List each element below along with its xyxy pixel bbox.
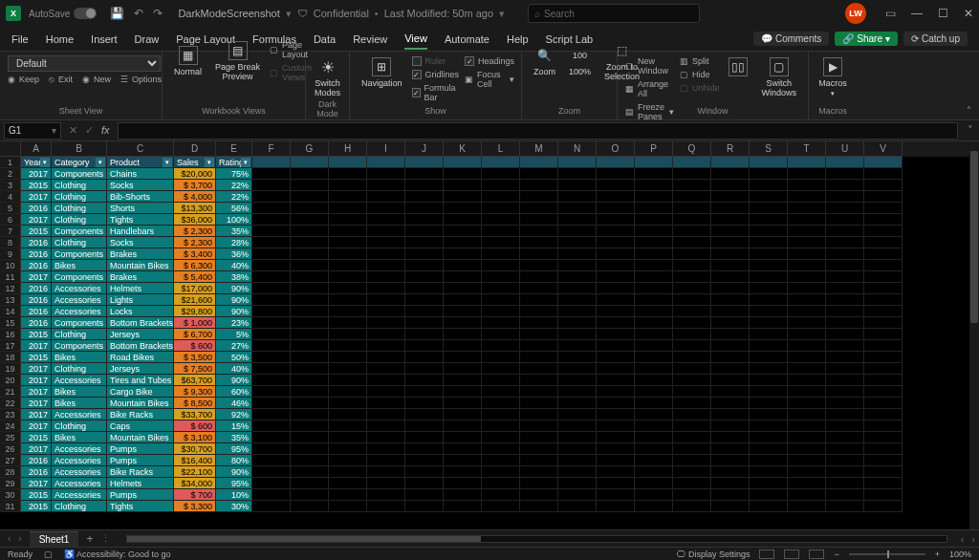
cell-category[interactable]: Accessories — [52, 283, 107, 294]
empty-cell[interactable] — [597, 214, 635, 226]
empty-cell[interactable] — [635, 329, 673, 340]
empty-cell[interactable] — [597, 420, 635, 432]
empty-cell[interactable] — [635, 443, 673, 455]
col-header[interactable]: G — [291, 141, 329, 157]
accept-icon[interactable]: ✓ — [85, 124, 94, 137]
empty-cell[interactable] — [482, 455, 520, 466]
zoom-100-button[interactable]: 100100% — [565, 44, 595, 78]
empty-cell[interactable] — [291, 271, 329, 283]
macros-button[interactable]: ▶Macros▾ — [816, 55, 849, 99]
cell-year[interactable]: 2015 — [21, 226, 52, 237]
empty-cell[interactable] — [826, 214, 864, 226]
row-header[interactable]: 15 — [0, 317, 21, 329]
cell-category[interactable]: Components — [52, 340, 107, 352]
empty-cell[interactable] — [673, 398, 711, 409]
empty-cell[interactable] — [291, 455, 329, 466]
empty-cell[interactable] — [291, 329, 329, 340]
empty-cell[interactable] — [405, 466, 444, 478]
empty-cell[interactable] — [291, 443, 329, 455]
headings-check[interactable]: ✓ Headings — [465, 55, 514, 67]
empty-cell[interactable] — [558, 260, 597, 271]
empty-cell[interactable] — [635, 157, 673, 168]
cell-year[interactable]: 2016 — [21, 306, 52, 317]
header-year[interactable]: Year▾ — [21, 157, 52, 168]
empty-cell[interactable] — [826, 398, 864, 409]
empty-cell[interactable] — [826, 432, 864, 443]
empty-cell[interactable] — [826, 466, 864, 478]
empty-cell[interactable] — [597, 432, 635, 443]
cell-sales[interactable]: $ 6,300 — [174, 260, 216, 271]
cell-year[interactable]: 2016 — [21, 317, 52, 329]
cell-sales[interactable]: $63,700 — [174, 375, 216, 386]
empty-cell[interactable] — [711, 501, 750, 512]
options-button[interactable]: ☰ Options — [120, 74, 162, 85]
empty-cell[interactable] — [826, 237, 864, 248]
cell-year[interactable]: 2017 — [21, 375, 52, 386]
empty-cell[interactable] — [864, 489, 903, 501]
empty-cell[interactable] — [405, 420, 444, 432]
fx-icon[interactable]: fx — [101, 124, 110, 137]
empty-cell[interactable] — [252, 340, 291, 352]
empty-cell[interactable] — [788, 398, 826, 409]
empty-cell[interactable] — [252, 409, 291, 420]
tab-insert[interactable]: Insert — [91, 30, 118, 49]
row-header[interactable]: 28 — [0, 466, 21, 478]
zoom-in-icon[interactable]: + — [935, 549, 940, 559]
cell-year[interactable]: 2016 — [21, 283, 52, 294]
empty-cell[interactable] — [864, 375, 903, 386]
cell-sales[interactable]: $17,000 — [174, 283, 216, 294]
empty-cell[interactable] — [520, 363, 558, 375]
empty-cell[interactable] — [329, 180, 367, 191]
header-product[interactable]: Product▾ — [107, 157, 174, 168]
empty-cell[interactable] — [826, 420, 864, 432]
empty-cell[interactable] — [597, 352, 635, 363]
empty-cell[interactable] — [405, 432, 444, 443]
cell-year[interactable]: 2016 — [21, 455, 52, 466]
cell-year[interactable]: 2016 — [21, 294, 52, 306]
cell-year[interactable]: 2017 — [21, 168, 52, 180]
empty-cell[interactable] — [864, 306, 903, 317]
empty-cell[interactable] — [597, 248, 635, 260]
cell-product[interactable]: Cargo Bike — [107, 386, 174, 398]
empty-cell[interactable] — [558, 317, 597, 329]
cancel-icon[interactable]: ✕ — [69, 124, 77, 137]
cell-product[interactable]: Helmets — [107, 283, 174, 294]
header-rating[interactable]: Rating▾ — [216, 157, 252, 168]
empty-cell[interactable] — [482, 237, 520, 248]
cell-sales[interactable]: $ 3,500 — [174, 352, 216, 363]
filter-icon[interactable]: ▾ — [241, 158, 250, 167]
empty-cell[interactable] — [367, 409, 405, 420]
empty-cell[interactable] — [444, 363, 482, 375]
empty-cell[interactable] — [864, 271, 903, 283]
tab-review[interactable]: Review — [353, 30, 387, 49]
empty-cell[interactable] — [482, 420, 520, 432]
empty-cell[interactable] — [367, 375, 405, 386]
empty-cell[interactable] — [329, 478, 367, 489]
row-header[interactable]: 30 — [0, 489, 21, 501]
empty-cell[interactable] — [252, 237, 291, 248]
empty-cell[interactable] — [520, 191, 558, 203]
empty-cell[interactable] — [405, 271, 444, 283]
row-header[interactable]: 26 — [0, 443, 21, 455]
empty-cell[interactable] — [673, 248, 711, 260]
empty-cell[interactable] — [750, 340, 788, 352]
empty-cell[interactable] — [482, 157, 520, 168]
empty-cell[interactable] — [558, 386, 597, 398]
empty-cell[interactable] — [252, 180, 291, 191]
empty-cell[interactable] — [558, 283, 597, 294]
cell-category[interactable]: Bikes — [52, 260, 107, 271]
empty-cell[interactable] — [291, 248, 329, 260]
empty-cell[interactable] — [252, 501, 291, 512]
empty-cell[interactable] — [864, 203, 903, 214]
row-header[interactable]: 27 — [0, 455, 21, 466]
empty-cell[interactable] — [635, 352, 673, 363]
empty-cell[interactable] — [558, 478, 597, 489]
empty-cell[interactable] — [520, 271, 558, 283]
empty-cell[interactable] — [405, 283, 444, 294]
empty-cell[interactable] — [405, 363, 444, 375]
empty-cell[interactable] — [444, 271, 482, 283]
empty-cell[interactable] — [558, 306, 597, 317]
empty-cell[interactable] — [252, 478, 291, 489]
empty-cell[interactable] — [711, 191, 750, 203]
empty-cell[interactable] — [520, 455, 558, 466]
